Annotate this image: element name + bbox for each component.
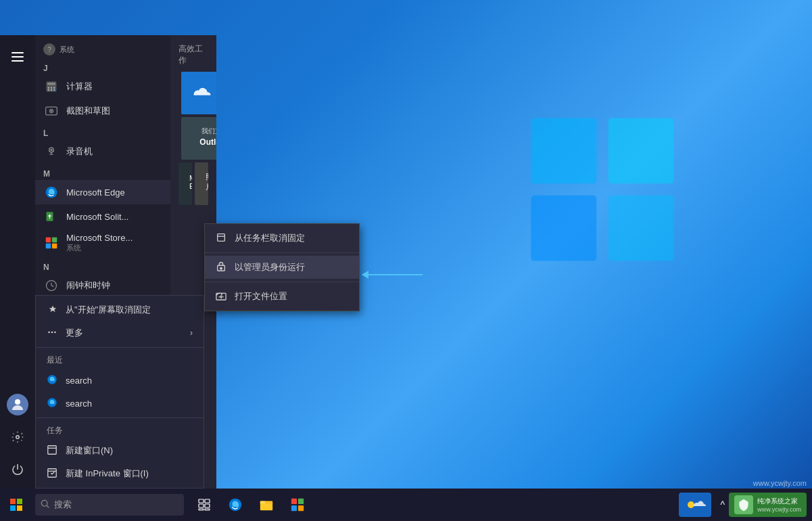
svg-point-64: [41, 500, 47, 506]
svg-point-56: [220, 267, 222, 269]
app-item-screenshot[interactable]: 截图和草图: [35, 99, 170, 123]
start-button[interactable]: [0, 489, 32, 521]
open-location-icon: [216, 290, 228, 302]
unpin-start-icon: [47, 304, 59, 316]
tile-onedrive-icon: [191, 72, 215, 110]
taskbar-weather[interactable]: [679, 493, 711, 517]
brand-name: 纯净系统之家: [757, 497, 801, 506]
ctx-divider-1: [205, 252, 359, 253]
private-window-icon: [47, 468, 59, 480]
recent-item-1[interactable]: search: [36, 369, 204, 392]
ctx-unpin-taskbar-label: 从任务栏取消固定: [235, 232, 305, 244]
new-window-label: 新建窗口(N): [66, 445, 113, 457]
unpin-start-item[interactable]: 从"开始"屏幕取消固定: [36, 298, 204, 321]
arrow-line: [368, 274, 423, 275]
more-icon: [47, 327, 59, 339]
run-admin-icon: [216, 261, 228, 273]
new-window-item[interactable]: 新建窗口(N): [36, 439, 204, 462]
svg-rect-25: [52, 237, 57, 243]
app-item-clock[interactable]: 闹钟和时钟: [35, 273, 170, 298]
svg-rect-4: [11, 52, 24, 53]
new-private-item[interactable]: 新建 InPrivate 窗口(I): [36, 462, 204, 485]
ctx-open-location-label: 打开文件位置: [235, 290, 287, 302]
svg-point-7: [15, 399, 20, 405]
recent-item-2[interactable]: search: [36, 392, 204, 415]
svg-point-47: [51, 332, 53, 334]
svg-rect-71: [205, 509, 210, 510]
unpin-start-label: 从"开始"屏幕取消固定: [66, 304, 151, 316]
screenshot-icon: [43, 103, 59, 119]
recorder-label: 录音机: [66, 145, 93, 158]
brand-text: 纯净系统之家 www.ycwjty.com: [757, 497, 801, 513]
search-placeholder: 搜索: [54, 499, 72, 511]
arrow-indicator: [362, 271, 423, 279]
tile-photos[interactable]: 照片: [195, 162, 208, 205]
app-item-solitaire[interactable]: Microsoft Solit...: [35, 204, 170, 229]
ctx-unpin-taskbar[interactable]: 从任务栏取消固定: [205, 227, 359, 250]
taskbar-search-box[interactable]: 搜索: [35, 494, 184, 516]
search-icon: [41, 499, 50, 511]
solitaire-label: Microsoft Solit...: [66, 212, 128, 222]
tiles-row-2: Microsoft Edge 照片: [178, 162, 208, 205]
svg-rect-62: [10, 505, 16, 511]
brand-logo: [734, 495, 753, 514]
section-n: N: [35, 257, 170, 273]
taskbar-store[interactable]: [283, 489, 312, 521]
app-item-recorder[interactable]: 录音机: [35, 139, 170, 164]
screenshot-label: 截图和草图: [66, 105, 110, 117]
svg-rect-60: [10, 499, 16, 504]
store-icon: [43, 235, 59, 251]
svg-point-46: [48, 332, 50, 334]
recent-item-1-label: search: [66, 376, 92, 386]
section-j: J: [35, 58, 170, 74]
system-header: ? 系统: [35, 38, 170, 58]
store-label: Microsoft Store...: [66, 233, 133, 243]
store-sub-label: 系统: [66, 243, 133, 253]
tile-edge[interactable]: Microsoft Edge: [178, 162, 192, 205]
taskbar-explorer[interactable]: [252, 489, 281, 521]
more-item-left: 更多: [47, 327, 83, 339]
new-window-icon: [47, 445, 59, 457]
ctx-open-location[interactable]: 打开文件位置: [205, 285, 359, 308]
svg-point-18: [51, 110, 53, 112]
settings-rail-button[interactable]: [1, 421, 34, 453]
right-context-menu: 从任务栏取消固定 以管理员身份运行 打开文件位置: [204, 223, 360, 311]
app-item-edge[interactable]: Microsoft Edge: [35, 180, 170, 204]
taskbar-tray: ^: [719, 497, 727, 513]
solitaire-icon: [43, 208, 59, 225]
ctx-run-admin[interactable]: 以管理员身份运行: [205, 256, 359, 279]
recorder-icon: [43, 143, 59, 160]
svg-rect-67: [205, 499, 210, 503]
tile-onedrive[interactable]: [181, 72, 216, 114]
power-rail-button[interactable]: [1, 453, 34, 486]
ctx-run-admin-label: 以管理员身份运行: [235, 261, 305, 273]
taskbar-taskview[interactable]: [189, 489, 219, 521]
svg-rect-6: [11, 60, 24, 62]
tile-row-outlook-mail: 我们支持 Outlook: [181, 117, 216, 160]
svg-rect-5: [11, 56, 24, 58]
svg-point-12: [53, 87, 55, 89]
svg-rect-49: [48, 446, 56, 454]
more-arrow-icon: ›: [190, 328, 193, 338]
tiles-section-title: 高效工作: [178, 43, 208, 66]
calculator-label: 计算器: [66, 81, 93, 93]
svg-point-10: [48, 87, 50, 89]
svg-rect-75: [298, 499, 304, 504]
more-menu-divider-1: [36, 347, 204, 348]
svg-point-13: [48, 89, 50, 91]
section-l: L: [35, 123, 170, 139]
taskbar-right: ^ 纯净系统之家 www.ycwjty.com: [679, 493, 812, 517]
arrow-head: [362, 271, 368, 279]
more-item[interactable]: 更多 ›: [36, 321, 204, 344]
app-item-calculator[interactable]: 计算器: [35, 74, 170, 99]
svg-rect-51: [48, 469, 56, 477]
windows-logo-desktop: [528, 115, 677, 264]
taskbar-brand[interactable]: 纯净系统之家 www.ycwjty.com: [729, 493, 807, 517]
user-avatar[interactable]: [7, 394, 28, 415]
tile-outlook[interactable]: 我们支持 Outlook: [181, 117, 216, 160]
tile-outlook-title: 我们支持: [201, 127, 216, 136]
app-item-store[interactable]: Microsoft Store... 系统: [35, 229, 170, 257]
show-hidden-icon[interactable]: ^: [719, 497, 727, 513]
hamburger-button[interactable]: [1, 41, 34, 73]
taskbar-edge[interactable]: [220, 489, 250, 521]
